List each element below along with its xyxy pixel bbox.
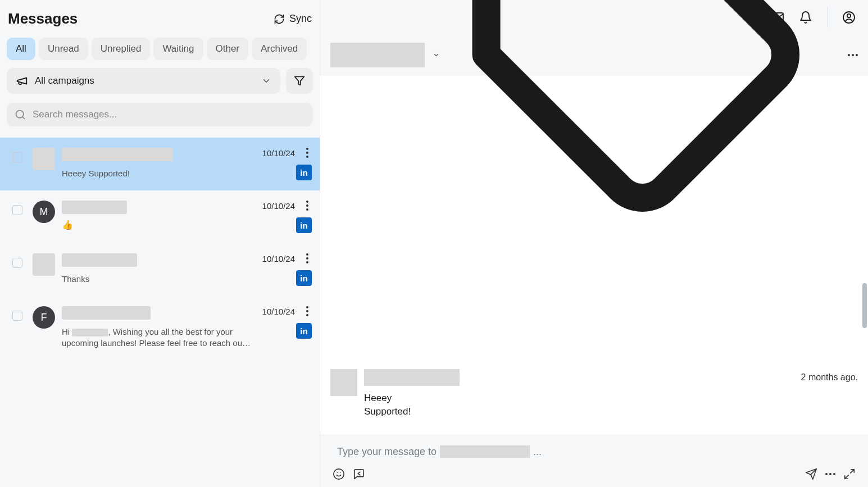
composer: Type your message to ... bbox=[320, 434, 868, 487]
conversation-date: 10/10/24 bbox=[262, 254, 295, 263]
linkedin-icon: in bbox=[296, 270, 312, 286]
composer-menu-button[interactable] bbox=[825, 473, 835, 475]
search-input-wrap[interactable] bbox=[7, 103, 313, 126]
sync-button[interactable]: Sync bbox=[274, 13, 312, 25]
conversation-menu-button[interactable] bbox=[303, 148, 312, 158]
sync-icon bbox=[274, 13, 285, 25]
conversation-date: 10/10/24 bbox=[262, 307, 295, 316]
search-icon bbox=[15, 109, 26, 120]
composer-actions bbox=[330, 468, 858, 480]
conversation-body: Hi , Wishing you all the best for your u… bbox=[62, 306, 252, 349]
message-preview: Heeey Supported! bbox=[62, 168, 252, 179]
message-sender bbox=[364, 369, 460, 386]
chat-header bbox=[320, 35, 868, 75]
contact-name bbox=[62, 253, 137, 267]
left-header: Messages Sync bbox=[0, 0, 320, 33]
sync-label: Sync bbox=[289, 13, 312, 25]
select-checkbox[interactable] bbox=[12, 152, 22, 162]
conversation-item[interactable]: Heeey Supported! 10/10/24 in bbox=[0, 138, 320, 190]
search-row bbox=[0, 97, 320, 131]
linkedin-icon: in bbox=[296, 323, 312, 339]
chevron-down-icon[interactable] bbox=[433, 50, 440, 60]
conversation-meta: 10/10/24 in bbox=[262, 306, 312, 349]
svg-point-7 bbox=[847, 14, 851, 17]
tab-archived[interactable]: Archived bbox=[252, 38, 307, 60]
redacted-name bbox=[72, 329, 108, 336]
conversation-date: 10/10/24 bbox=[262, 201, 295, 211]
conversation-body: Heeey Supported! bbox=[62, 148, 252, 180]
chat-scrollbar[interactable] bbox=[862, 283, 867, 328]
chat-panel: 2 months ago. Heeey Supported! Type your… bbox=[320, 0, 868, 487]
svg-point-9 bbox=[334, 469, 344, 479]
select-checkbox[interactable] bbox=[12, 258, 22, 268]
avatar: M bbox=[33, 201, 55, 223]
chat-menu-button[interactable] bbox=[848, 54, 858, 56]
campaign-select[interactable]: All campaigns bbox=[7, 68, 280, 94]
tab-other[interactable]: Other bbox=[207, 38, 249, 60]
conversation-menu-button[interactable] bbox=[303, 306, 312, 316]
reply-template-icon[interactable] bbox=[353, 468, 365, 480]
search-input[interactable] bbox=[31, 108, 305, 121]
filter-button[interactable] bbox=[286, 68, 313, 94]
page-title: Messages bbox=[8, 10, 78, 28]
message-avatar bbox=[330, 369, 357, 396]
tab-waiting[interactable]: Waiting bbox=[153, 38, 203, 60]
composer-placeholder-prefix: Type your message to bbox=[337, 446, 437, 458]
svg-line-15 bbox=[845, 475, 848, 479]
composer-placeholder-suffix: ... bbox=[533, 446, 542, 458]
message-preview: Thanks bbox=[62, 274, 252, 285]
linkedin-icon: in bbox=[296, 217, 312, 233]
svg-marker-0 bbox=[295, 77, 305, 85]
conversation-item[interactable]: M 👍 10/10/24 in bbox=[0, 190, 320, 243]
svg-line-14 bbox=[851, 470, 854, 473]
chat-contact-name bbox=[330, 43, 425, 67]
tab-all[interactable]: All bbox=[7, 38, 35, 60]
message-preview: 👍 bbox=[62, 220, 252, 230]
emoji-icon[interactable] bbox=[333, 468, 345, 480]
conversation-date: 10/10/24 bbox=[262, 148, 295, 158]
conversation-item[interactable]: Thanks 10/10/24 in bbox=[0, 243, 320, 296]
campaign-label: All campaigns bbox=[35, 75, 255, 87]
message-timestamp: 2 months ago. bbox=[801, 372, 858, 383]
filter-row: All campaigns bbox=[0, 65, 320, 97]
conversation-panel: Messages Sync All Unread Unreplied Waiti… bbox=[0, 0, 320, 487]
profile-icon[interactable] bbox=[842, 11, 856, 24]
chevron-down-icon bbox=[261, 76, 271, 86]
conversation-menu-button[interactable] bbox=[303, 253, 312, 263]
avatar bbox=[33, 148, 55, 170]
contact-name bbox=[62, 148, 173, 161]
message-text: Heeey Supported! bbox=[364, 392, 858, 418]
svg-line-2 bbox=[22, 117, 25, 119]
contact-name bbox=[62, 201, 127, 214]
conversation-body: Thanks bbox=[62, 253, 252, 286]
avatar: F bbox=[33, 306, 55, 329]
megaphone-icon bbox=[16, 75, 28, 87]
select-checkbox[interactable] bbox=[12, 205, 22, 215]
redacted-recipient bbox=[440, 445, 530, 458]
linkedin-icon: in bbox=[296, 165, 312, 180]
conversation-meta: 10/10/24 in bbox=[262, 148, 312, 180]
send-icon[interactable] bbox=[805, 468, 817, 480]
conversation-meta: 10/10/24 in bbox=[262, 253, 312, 286]
funnel-icon bbox=[294, 75, 305, 87]
conversation-body: 👍 bbox=[62, 201, 252, 233]
conversation-meta: 10/10/24 in bbox=[262, 201, 312, 233]
inbox-tabs: All Unread Unreplied Waiting Other Archi… bbox=[0, 33, 320, 65]
composer-input[interactable]: Type your message to ... bbox=[330, 442, 858, 468]
chat-body[interactable]: 2 months ago. Heeey Supported! bbox=[320, 75, 868, 434]
expand-icon[interactable] bbox=[843, 468, 856, 480]
tab-unreplied[interactable]: Unreplied bbox=[92, 38, 151, 60]
avatar bbox=[33, 253, 55, 276]
chat-message: 2 months ago. Heeey Supported! bbox=[330, 369, 858, 418]
conversation-list[interactable]: Heeey Supported! 10/10/24 in M 👍 bbox=[0, 138, 320, 487]
message-preview: Hi , Wishing you all the best for your u… bbox=[62, 326, 252, 349]
select-checkbox[interactable] bbox=[12, 311, 22, 321]
conversation-menu-button[interactable] bbox=[303, 201, 312, 211]
app-root: Messages Sync All Unread Unreplied Waiti… bbox=[0, 0, 868, 487]
conversation-item[interactable]: F Hi , Wishing you all the best for your… bbox=[0, 296, 320, 359]
tab-unread[interactable]: Unread bbox=[39, 38, 88, 60]
contact-name bbox=[62, 306, 151, 320]
